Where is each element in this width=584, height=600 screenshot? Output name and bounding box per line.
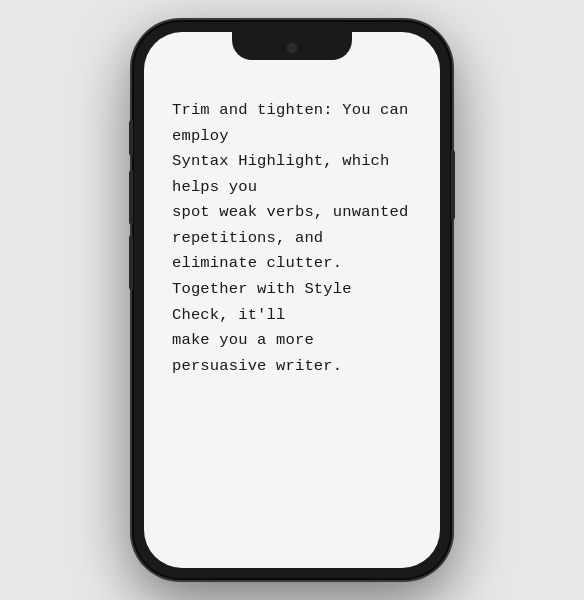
volume-down-button: [129, 235, 133, 290]
notch: [232, 32, 352, 60]
phone-mockup: Trim and tighten: You can employ Syntax …: [132, 20, 452, 580]
volume-up-button: [129, 170, 133, 225]
front-camera: [287, 43, 297, 53]
mute-button: [129, 120, 133, 156]
phone-frame: Trim and tighten: You can employ Syntax …: [132, 20, 452, 580]
screen-content: Trim and tighten: You can employ Syntax …: [144, 70, 440, 568]
power-button: [451, 150, 455, 220]
phone-screen: Trim and tighten: You can employ Syntax …: [144, 32, 440, 568]
body-text: Trim and tighten: You can employ Syntax …: [172, 98, 412, 379]
